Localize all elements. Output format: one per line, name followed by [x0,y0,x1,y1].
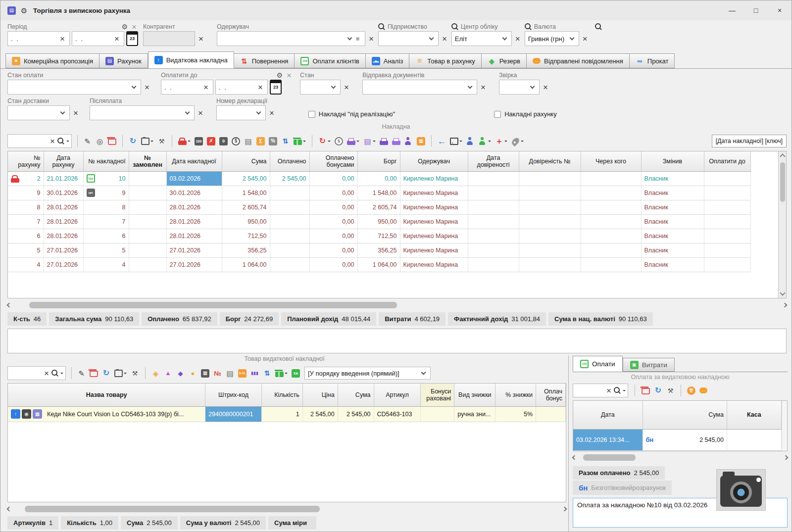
paid-bonus-cell[interactable] [536,406,566,422]
exchange-button[interactable]: ↻ [318,137,331,145]
power-number-cell[interactable] [519,186,581,200]
goods-name-cell[interactable]: ↑◉▦Кеди Nike Court Vision Lo CD5463-103 … [8,406,205,422]
close-button[interactable]: × [768,0,792,20]
app-icon[interactable]: ▤ [7,6,16,15]
location-button[interactable] [511,138,524,145]
power-number-cell[interactable] [519,257,581,272]
order-number-cell[interactable] [129,257,166,272]
sizes-button[interactable]: S-XL [238,369,247,378]
paid-bonus-cell[interactable]: 0,00 [309,214,357,229]
power-date-cell[interactable] [468,186,519,200]
invoice-number-cell[interactable]: 10010 [83,171,129,186]
changed-by-cell[interactable]: Власник [641,243,704,257]
debt-cell[interactable]: 950,00 [357,214,400,229]
column-header[interactable]: Бонуси раховані [421,384,454,406]
sum-cell[interactable]: 1 548,00 [222,186,270,200]
column-header[interactable]: Артикул [374,384,421,406]
tab-returns[interactable]: ⇅Повернення [234,53,295,68]
pay-until-cell[interactable] [704,243,750,257]
column-header[interactable]: Оплатити до [704,151,750,171]
invoice-vertical-scrollbar[interactable] [778,151,786,298]
invoice-checkbox[interactable]: Накладні рахунку [494,110,557,118]
discount-type-cell[interactable]: ручна зни... [454,406,495,422]
account-date-cell[interactable]: 27.01.2026 [44,257,83,272]
tab-goods-in-invoice[interactable]: ≡Товар в рахунку [409,53,481,68]
via-cell[interactable] [581,186,641,200]
kontragent-input[interactable] [143,31,195,46]
account-number-cell[interactable]: 8 [8,200,44,214]
clear-icon[interactable] [49,137,56,145]
invoice-date-cell[interactable]: 28.01.2026 [166,200,222,214]
search-icon[interactable] [614,387,621,394]
reconciliation-select[interactable] [499,80,540,95]
clear-icon[interactable] [72,109,80,117]
invoice-row[interactable]: 221.01.20261001003.02.20262 545,002 545,… [8,171,750,186]
checkbox-icon[interactable] [308,111,315,118]
pay-until-to-input[interactable]: . . [215,80,268,95]
dollar-button[interactable]: $ [232,137,240,145]
payment-date-cell[interactable]: 03.02.2026 13:34... [573,429,643,451]
order-number-cell[interactable] [129,214,166,229]
sum-cell[interactable]: 356,25 [222,243,270,257]
tab-analysis[interactable]: ▂▅▃Аналіз [366,53,410,68]
column-header[interactable]: Борг [357,151,400,171]
payment-row[interactable]: 03.02.2026 13:34...бн2 545,00 [573,429,782,451]
currency-select[interactable]: Гривня (грн) [525,31,579,46]
account-date-cell[interactable]: 28.01.2026 [44,229,83,243]
receiver-cell[interactable]: Кириленко Марина [400,257,468,272]
paid-bonus-cell[interactable]: 0,00 [309,200,357,214]
scroll-down-icon[interactable] [780,290,785,295]
tab-expenses[interactable]: ▣ Витрати [623,358,675,372]
changed-by-cell[interactable]: Власник [641,229,704,243]
via-cell[interactable] [581,243,641,257]
clear-icon[interactable] [367,35,375,43]
clear-icon[interactable] [441,35,448,43]
search-icon[interactable] [595,23,602,30]
paid-cell[interactable] [270,214,309,229]
scroll-up-icon[interactable] [780,153,785,159]
clear-icon[interactable] [605,387,613,395]
clear-icon[interactable] [542,83,549,92]
save-print-button[interactable]: ▦ [417,137,425,145]
scroll-right-icon[interactable] [783,302,788,307]
invoice-row[interactable]: 527.01.2026527.01.2026356,250,00356,25Ки… [8,243,750,257]
column-header[interactable]: № накладної [83,151,129,171]
payments-horizontal-scrollbar[interactable] [573,453,788,462]
invoice-row[interactable]: 628.01.2026628.01.2026712,500,00712,50Ки… [8,229,750,243]
clear-icon[interactable] [130,23,138,31]
account-number-cell[interactable]: 4 [8,257,44,272]
labels-button[interactable]: ◆ [176,369,185,378]
pay-until-from-input[interactable]: . . [161,80,213,95]
gift-button[interactable] [275,370,288,377]
pay-until-cell[interactable] [704,200,750,214]
tab-rental[interactable]: ∞Прокат [630,53,675,68]
move-up-icon[interactable]: ↑ [11,409,20,419]
invoice-horizontal-scrollbar[interactable] [7,300,787,309]
payment-button[interactable]: 100 [195,137,203,145]
barcode-button[interactable]: ▮▮▮ [250,369,259,378]
column-header[interactable]: Кількість [261,384,302,406]
delete-button[interactable] [108,137,116,145]
payments-search-input[interactable] [573,384,628,397]
invoice-row[interactable]: 728.01.2026728.01.2026950,000,00950,00Ки… [8,214,750,229]
column-header[interactable]: № рахунку [8,151,44,171]
invoice-date-cell[interactable]: 30.01.2026 [166,186,222,200]
back-button[interactable]: ← [438,137,446,145]
sum-cell[interactable]: 712,50 [222,229,270,243]
tab-client-payments[interactable]: 100Оплати клієнтів [295,53,365,68]
save-icon[interactable]: ▦ [33,409,42,419]
clear-icon[interactable] [58,35,66,43]
lock-button[interactable] [178,137,191,145]
search-icon[interactable] [51,370,58,377]
column-header[interactable]: Ціна [302,384,338,406]
copy-button[interactable] [114,370,127,377]
payment-state-select[interactable] [7,80,141,95]
account-date-cell[interactable]: 28.01.2026 [44,214,83,229]
service-button[interactable]: ⚒ [666,387,675,395]
serial-button[interactable]: XA [292,369,300,378]
via-cell[interactable] [581,229,641,243]
edit-button[interactable]: ✎ [83,137,92,145]
calendar-icon[interactable] [126,31,138,46]
via-cell[interactable] [581,200,641,214]
changed-by-cell[interactable]: Власник [641,257,704,272]
